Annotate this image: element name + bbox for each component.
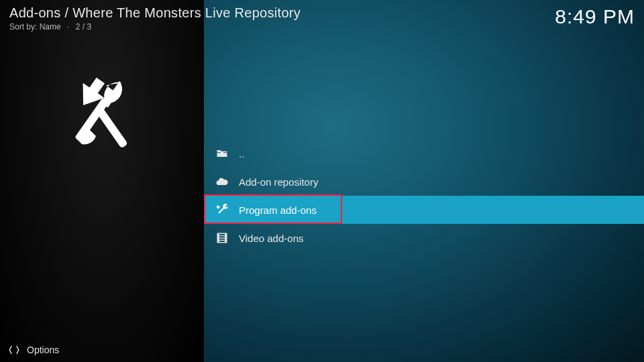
sidebar [0, 0, 204, 362]
film-icon [215, 231, 229, 245]
list-item-label: .. [239, 148, 244, 160]
breadcrumb: Add-ons / Where The Monsters Live Reposi… [9, 5, 301, 21]
list-item-parent[interactable]: .. [204, 139, 644, 168]
cloud-icon [215, 174, 229, 189]
list-item-label: Add-on repository [239, 176, 318, 188]
folder-up-icon [215, 146, 229, 161]
tools-icon [215, 202, 229, 217]
list-item-label: Program add-ons [239, 204, 317, 216]
options-button[interactable]: Options [27, 345, 59, 355]
category-list: .. Add-on repository Program add-ons [204, 139, 644, 252]
list-item-addon-repository[interactable]: Add-on repository [204, 168, 644, 196]
sort-label: Sort by: Name [9, 22, 61, 32]
main-panel: .. Add-on repository Program add-ons [204, 0, 644, 362]
list-position: 2 / 3 [76, 22, 91, 32]
clock: 8:49 PM [555, 5, 635, 28]
options-icon[interactable] [8, 344, 20, 356]
sort-info: Sort by: Name · 2 / 3 [9, 22, 301, 32]
footer: Options [0, 338, 204, 362]
list-item-label: Video add-ons [239, 233, 303, 244]
svg-rect-4 [225, 233, 227, 242]
svg-rect-1 [96, 108, 128, 149]
list-item-program-addons[interactable]: Program add-ons [204, 196, 644, 224]
list-item-video-addons[interactable]: Video add-ons [204, 224, 644, 252]
svg-rect-3 [217, 233, 219, 242]
separator-dot: · [67, 22, 69, 32]
tools-icon [52, 66, 152, 169]
